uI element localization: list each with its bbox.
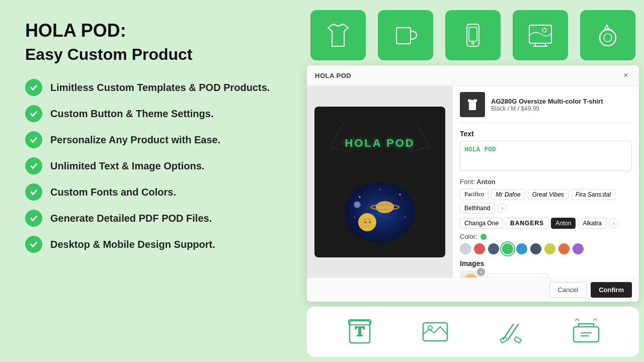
color-swatch-yellow[interactable]	[544, 243, 555, 254]
font-options-row2: Changa One BANGERS Anton Alkatra ›	[460, 218, 632, 229]
svg-rect-5	[529, 25, 551, 43]
color-swatch-darkgray[interactable]	[530, 243, 541, 254]
form-panel: AG280G Oversize Multi-color T-shirt Blac…	[453, 86, 639, 278]
color-swatch-gray[interactable]	[460, 243, 471, 254]
check-icon	[25, 210, 42, 227]
color-swatch-red[interactable]	[474, 243, 485, 254]
svg-point-11	[604, 34, 612, 42]
category-icon-phone-case[interactable]	[445, 10, 501, 60]
font-label: Font: Anton	[460, 178, 632, 186]
font-chip-firasans[interactable]: Fira Sans:ital	[571, 189, 615, 200]
color-swatch-orange[interactable]	[558, 243, 570, 254]
font-chip-greatvibes[interactable]: Great Vibes	[528, 189, 569, 200]
product-details: AG280G Oversize Multi-color T-shirt Blac…	[491, 98, 603, 112]
svg-rect-38	[574, 327, 599, 342]
svg-point-14	[399, 194, 401, 195]
feature-text: Custom Fonts and Colors.	[50, 187, 176, 198]
bottom-icon-image-editor[interactable]	[418, 314, 453, 349]
font-scroll-right[interactable]: ›	[497, 203, 507, 213]
app-title-line1: HOLA POD:	[25, 20, 277, 41]
category-icon-framed-art[interactable]	[513, 10, 568, 60]
svg-point-18	[376, 201, 394, 213]
feature-text: Generate Detailed PDF POD Files.	[50, 213, 212, 224]
check-icon	[25, 236, 42, 253]
list-item: Unlimited Text & Image Options.	[25, 157, 277, 174]
bottom-icon-text-editor[interactable]: T	[342, 314, 377, 349]
app-title-line2: Easy Custom Product	[25, 45, 277, 64]
color-swatch-navy[interactable]	[488, 243, 499, 254]
feature-text: Custom Button & Theme Settings.	[50, 108, 213, 120]
bottom-icon-design-tools[interactable]	[493, 314, 528, 349]
list-item: Desktop & Mobile Design Support.	[25, 236, 277, 253]
svg-point-21	[364, 221, 366, 223]
images-section-label: Images	[460, 259, 632, 267]
product-variant: Black / M / $49.99	[491, 105, 603, 112]
confirm-button[interactable]: Confirm	[591, 282, 632, 298]
font-chip-anton[interactable]: Anton	[551, 218, 576, 229]
list-item: Limitless Custom Templates & POD Product…	[25, 79, 277, 96]
font-chip-alkatra[interactable]: Alkatra	[578, 218, 606, 229]
cancel-button[interactable]: Cancel	[549, 282, 587, 298]
check-icon	[25, 157, 42, 174]
font-chip-bangers[interactable]: BANGERS	[506, 218, 548, 229]
product-thumbnail	[460, 92, 485, 117]
left-panel: HOLA POD: Easy Custom Product Limitless …	[0, 0, 302, 362]
modal-close-button[interactable]: ×	[621, 70, 631, 80]
category-icons-bar	[307, 5, 639, 65]
svg-rect-3	[469, 27, 477, 41]
tshirt-preview: HOLA POD	[314, 107, 445, 257]
svg-point-22	[369, 221, 371, 223]
font-chip-mrdafoe[interactable]: Mr Dafoe	[491, 189, 525, 200]
svg-text:T: T	[355, 323, 365, 339]
check-icon	[25, 184, 42, 201]
color-swatch-blue[interactable]	[516, 243, 527, 254]
svg-point-12	[359, 196, 361, 198]
font-selected: Anton	[476, 178, 496, 186]
images-row: × Upload Images	[460, 270, 632, 278]
check-icon	[25, 131, 42, 148]
modal-title: HOLA POD	[315, 72, 351, 79]
upload-images-button[interactable]: Upload Images	[488, 274, 549, 278]
remove-image-button[interactable]: ×	[477, 268, 485, 276]
color-swatch-purple[interactable]	[573, 243, 584, 254]
svg-point-6	[542, 28, 546, 32]
category-icon-tshirt[interactable]	[310, 10, 366, 60]
color-swatches	[460, 243, 632, 254]
list-item: Generate Detailed PDF POD Files.	[25, 210, 277, 227]
color-swatch-green[interactable]	[502, 243, 513, 254]
svg-point-4	[472, 42, 474, 44]
image-thumb-container: ×	[460, 270, 482, 278]
text-section-label: Text	[460, 130, 632, 138]
svg-point-16	[405, 217, 406, 218]
modal-footer: Cancel Confirm	[307, 278, 639, 302]
bottom-icon-pod[interactable]	[569, 314, 604, 349]
font-chip-changaone[interactable]: Changa One	[460, 218, 503, 229]
modal-header: HOLA POD ×	[307, 65, 639, 86]
category-icon-mug[interactable]	[378, 10, 433, 60]
images-section: Images ×	[460, 259, 632, 278]
text-input[interactable]: HOLA POD	[460, 141, 632, 171]
check-icon	[25, 79, 42, 96]
font-scroll-right2[interactable]: ›	[609, 218, 619, 228]
feature-list: Limitless Custom Templates & POD Product…	[25, 79, 277, 253]
feature-text: Desktop & Mobile Design Support.	[50, 239, 215, 250]
svg-point-20	[358, 213, 376, 231]
modal-overlay: HOLA POD × HOLA POD	[307, 65, 639, 302]
list-item: Custom Fonts and Colors.	[25, 184, 277, 201]
feature-text: Unlimited Text & Image Options.	[50, 160, 204, 172]
font-chip-pacifico[interactable]: Pacifico	[460, 189, 489, 200]
font-chip-bethhand[interactable]: Bethhand	[460, 203, 495, 214]
list-item: Personalize Any Product with Ease.	[25, 131, 277, 148]
svg-point-33	[428, 326, 432, 330]
svg-rect-0	[396, 28, 411, 44]
svg-point-15	[354, 217, 355, 218]
color-section: Color:	[460, 233, 632, 254]
modal-body: HOLA POD	[307, 86, 639, 278]
svg-point-25	[463, 274, 478, 278]
svg-point-24	[355, 203, 359, 207]
category-icon-ring[interactable]	[580, 10, 635, 60]
svg-rect-35	[500, 337, 507, 343]
feature-text: Limitless Custom Templates & POD Product…	[50, 82, 270, 94]
color-label: Color:	[460, 233, 632, 240]
product-name: AG280G Oversize Multi-color T-shirt	[491, 98, 603, 105]
